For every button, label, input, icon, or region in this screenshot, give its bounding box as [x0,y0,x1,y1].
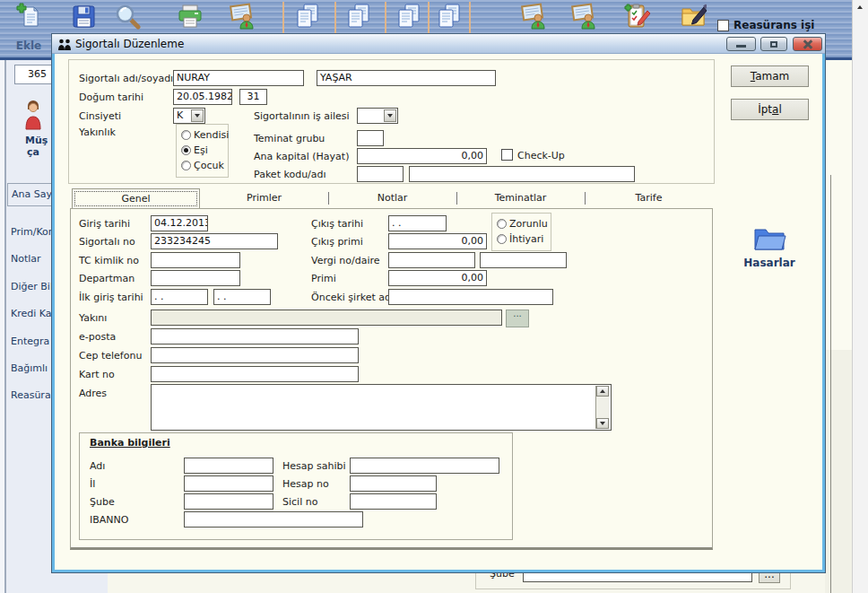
insured-board-icon[interactable] [570,3,597,30]
save-icon[interactable] [70,3,97,30]
checkup-checkbox[interactable] [501,149,513,161]
primi-field[interactable]: 0,00 [388,270,487,286]
tab-tarife[interactable]: Tarife [585,188,713,208]
hesap-no-label: Hesap no [282,478,329,490]
customer-person-icon[interactable] [22,100,45,133]
minimize-button[interactable] [726,37,756,51]
copy-document-icon[interactable] [436,3,463,30]
radio-esi[interactable] [181,145,191,155]
yakini-browse-button[interactable]: ... [506,310,529,327]
hesap-sahibi-field[interactable] [350,458,499,474]
bank-sube-field[interactable] [184,493,273,510]
tab-genel[interactable]: Genel [72,188,200,209]
copy-document-icon[interactable] [294,3,321,30]
tab-primler[interactable]: Primler [200,188,328,208]
maximize-button[interactable] [760,37,787,51]
tamam-button[interactable]: Tamam [731,65,809,87]
gender-combo[interactable]: K [173,108,205,124]
scroll-up-button[interactable] [596,386,609,397]
vergi-no-field[interactable] [388,252,475,268]
clipboard-add-icon[interactable] [623,3,650,30]
bank-adi-field[interactable] [184,458,273,474]
yakini-label: Yakını [79,312,107,324]
dropdown-button[interactable] [384,109,396,122]
ilk-giris-label: İlk giriş tarihi [79,292,143,303]
close-button[interactable] [793,37,822,51]
coverage-group-field[interactable] [357,130,384,146]
cikis-tarihi-field[interactable]: . . [388,215,447,231]
copy-document-icon[interactable] [345,3,372,30]
tab-separator [456,192,457,205]
scroll-up-icon[interactable] [857,5,863,9]
add-document-icon[interactable] [16,3,43,30]
tab-notlar[interactable]: Notlar [328,188,456,208]
search-icon[interactable] [114,3,141,30]
tc-kimlik-field[interactable] [151,252,240,268]
minimize-icon [736,45,746,48]
package-name-field[interactable] [409,166,635,182]
first-name-field[interactable]: NURAY [173,70,304,86]
main-capital-field[interactable]: 0,00 [357,148,487,164]
age-field: 31 [239,89,267,105]
radio-kendisi-label: Kendisi [194,129,229,141]
iban-field[interactable] [184,511,363,528]
radio-zorunlu[interactable] [497,219,507,229]
tamam-label: amam [755,70,789,83]
print-icon[interactable] [177,3,204,30]
hasarlar-folder-icon[interactable] [751,224,787,253]
ekle-button-label[interactable]: Ekle [9,39,48,52]
sidebar-item-prim[interactable]: Prim/Kon [11,226,55,238]
departman-field[interactable] [151,270,240,286]
tab-teminatlar[interactable]: Teminatlar [456,188,585,208]
giris-tarihi-field[interactable]: 04.12.2013 [151,215,208,231]
insured-board-icon[interactable] [520,3,547,30]
iptal-button[interactable]: İptal [731,99,809,120]
ilk-giris-field-1[interactable]: . . [151,289,208,305]
window-scrollbar-strip[interactable] [852,0,868,593]
sidebar-item-reasurans[interactable]: Reasüra [11,389,51,401]
cep-telefonu-field[interactable] [151,347,359,363]
panel-divider [4,60,6,593]
sidebar-item-entegrasyon[interactable]: Entegra [11,336,49,347]
sidebar-item-diger[interactable]: Diğer Bil [11,281,53,292]
eposta-field[interactable] [151,328,359,344]
sigortali-no-field[interactable]: 233234245 [151,233,278,249]
dialog-titlebar[interactable]: Sigortalı Düzenleme [52,34,825,54]
radio-ihtiyari-label: İhtiyari [509,233,543,245]
sidebar-item-bagimli[interactable]: Bağımlı k [11,362,56,374]
radio-ihtiyari[interactable] [497,234,507,244]
dialog-border [52,570,825,572]
bank-il-field[interactable] [184,475,273,492]
radio-cocuk[interactable] [181,161,191,170]
hasarlar-label[interactable]: Hasarlar [720,257,819,269]
last-name-field[interactable]: YAŞAR [317,70,496,86]
reasurans-checkbox[interactable] [717,20,729,31]
bank-sube-label: Şube [90,496,115,508]
ilk-giris-field-2[interactable]: . . [213,289,271,305]
coverage-group-label: Teminat grubu [254,133,325,144]
sicil-no-field[interactable] [350,493,437,510]
iptal-label: l [778,103,781,116]
package-label: Paket kodu/adı [254,169,326,180]
copy-document-icon[interactable] [395,3,422,30]
adres-scrollbar[interactable] [595,386,610,429]
sidebar-item-kredi[interactable]: Kredi Ka [11,308,52,319]
scroll-down-button[interactable] [596,418,609,429]
caller-label-line1: Müş [25,135,48,146]
adres-textarea[interactable] [151,384,612,431]
kart-no-field[interactable] [151,366,359,382]
package-code-field[interactable] [357,166,404,182]
vergi-label: Vergi no/daire [311,255,380,266]
sidebar-item-notlar[interactable]: Notlar [11,253,41,265]
job-family-combo[interactable] [357,108,398,124]
dropdown-button[interactable] [191,109,204,122]
cikis-primi-field[interactable]: 0,00 [388,233,487,249]
radio-kendisi[interactable] [181,130,191,140]
insured-board-icon[interactable] [229,3,256,30]
onceki-sirket-field[interactable] [388,289,553,305]
hesap-no-field[interactable] [350,475,437,492]
radio-zorunlu-label: Zorunlu [509,218,548,230]
folder-edit-icon[interactable] [680,3,707,30]
birth-date-field[interactable]: 20.05.1982 [173,89,232,105]
vergi-daire-field[interactable] [480,252,567,268]
